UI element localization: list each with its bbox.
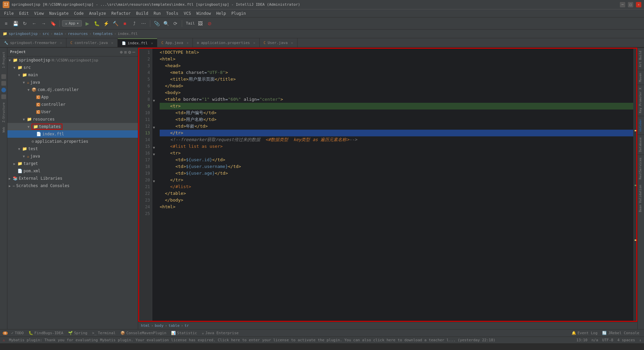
toolbar-sync-btn[interactable]: ↻ — [21, 19, 29, 28]
right-tab-maven[interactable]: Maven — [638, 70, 644, 85]
tree-item-user[interactable]: C User — [7, 108, 138, 116]
status-position[interactable]: 13:10 — [576, 338, 587, 342]
image-btn[interactable]: 🖼 — [196, 19, 204, 28]
menu-window[interactable]: Window — [194, 10, 213, 16]
tree-item-test-java[interactable]: ▼ ☕ java — [7, 152, 138, 160]
tree-item-main[interactable]: ▼ 📁 main — [7, 71, 138, 79]
project-collapse-btn[interactable]: ⊕ — [120, 49, 122, 55]
fold-marker-20[interactable]: ▼ — [153, 179, 155, 183]
run-config-selector[interactable]: ☕ App ▾ — [62, 20, 82, 27]
tree-item-resources[interactable]: ▼ 📁 resources — [7, 116, 138, 123]
sidebar-jrebel-icon[interactable] — [1, 81, 6, 86]
bc-springbootjsp[interactable]: springbootjsp — [9, 32, 38, 36]
tab-app[interactable]: C App.java ✕ — [157, 38, 193, 47]
menu-file[interactable]: File — [1, 10, 16, 16]
tab-close-controller[interactable]: ✕ — [111, 41, 113, 45]
bc-templates[interactable]: templates — [93, 32, 113, 36]
project-gear-btn[interactable]: ⚙ — [128, 49, 131, 55]
attach-btn[interactable]: 📎 — [153, 19, 161, 28]
code-view[interactable]: <!DOCTYPE html> <html> <head> <meta char… — [156, 48, 633, 322]
coverage-button[interactable]: ⚡ — [102, 19, 110, 28]
status-indent[interactable]: 4 spaces — [617, 338, 635, 342]
bc-resources[interactable]: resources — [68, 32, 88, 36]
bottom-tab-java-enterprise[interactable]: ☕ Java Enterprise — [200, 330, 240, 336]
tree-item-root[interactable]: ▼ 📁 springbootjsp H:\CSDN\springbootjsp — [7, 56, 138, 64]
tab-close-index[interactable]: ✕ — [151, 41, 153, 45]
right-tab-keypromoter[interactable]: Key Promoter X — [638, 85, 644, 116]
bc-src[interactable]: src — [43, 32, 49, 36]
bottom-tab-statistic[interactable]: 📊 Statistic — [169, 330, 199, 336]
sidebar-web-icon[interactable]: Web — [1, 126, 6, 134]
minimize-button[interactable]: ─ — [620, 2, 625, 7]
menu-plugin[interactable]: Plugin — [229, 10, 249, 16]
project-close-btn[interactable]: ─ — [132, 49, 135, 55]
tree-item-app-props[interactable]: ⚙ application.properties — [7, 138, 138, 145]
update-button[interactable]: ⤴ — [130, 19, 138, 28]
menu-vcs[interactable]: VCS — [181, 10, 194, 16]
right-tab-beanvalidation[interactable]: Bean Validation — [638, 182, 644, 215]
eb-table[interactable]: table — [168, 323, 179, 328]
toolbar-back-btn[interactable]: ← — [30, 19, 38, 28]
toolbar-forward-btn[interactable]: → — [40, 19, 48, 28]
tree-item-target[interactable]: ▶ 📁 target — [7, 160, 138, 167]
eb-html[interactable]: html — [141, 323, 150, 328]
debug-button[interactable]: 🐛 — [93, 19, 101, 28]
menu-navigate[interactable]: Navigate — [47, 10, 71, 16]
more-btn[interactable]: ⋯ — [140, 19, 148, 28]
bc-main[interactable]: main — [54, 32, 63, 36]
tab-close-props[interactable]: ✕ — [253, 41, 255, 45]
fold-marker-15[interactable]: ▼ — [153, 146, 155, 149]
tree-item-package[interactable]: ▼ 📦 com.dj.controller — [7, 86, 138, 93]
sidebar-fav-icon[interactable] — [1, 94, 6, 99]
tab-close-user[interactable]: ✕ — [291, 41, 293, 45]
toolbar-bookmarks-btn[interactable]: 🔖 — [49, 19, 57, 28]
fold-marker-16[interactable]: ▼ — [153, 152, 155, 156]
tree-item-src[interactable]: ▼ 📁 src — [7, 64, 138, 71]
sidebar-structure-icon[interactable] — [1, 74, 6, 79]
no-entry-btn[interactable]: ⊘ — [206, 19, 214, 28]
menu-help[interactable]: Help — [214, 10, 229, 16]
tree-item-pom[interactable]: 📄 pom.xml — [7, 167, 138, 175]
status-encoding[interactable]: UTF-8 — [602, 338, 613, 342]
reload-btn[interactable]: ⟳ — [171, 19, 179, 28]
stop-button[interactable]: ■ — [121, 19, 129, 28]
tree-item-scratches[interactable]: ▶ ✏ Scratches and Consoles — [7, 182, 138, 189]
tab-close-app[interactable]: ✕ — [186, 41, 189, 45]
tab-index-ftl[interactable]: 📄 index.ftl ✕ — [118, 38, 158, 47]
tab-controller[interactable]: C controller.java ✕ — [66, 38, 117, 47]
menu-code[interactable]: Code — [71, 10, 87, 16]
menu-refactor[interactable]: Refactor — [109, 10, 133, 16]
editor-content[interactable]: 1 2 3 4 5 6 7 8 9 10 11 12 13 14 15 16 1… — [138, 48, 637, 322]
close-button[interactable]: ✕ — [636, 2, 641, 7]
bottom-tab-todo[interactable]: ✓ TODO — [9, 330, 25, 336]
menu-analyze[interactable]: Analyze — [86, 10, 109, 16]
menu-build[interactable]: Build — [133, 10, 151, 16]
build-button[interactable]: 🔨 — [111, 19, 119, 28]
bottom-tab-findbugs[interactable]: 🐛 FindBugs-IDEA — [26, 330, 65, 336]
sidebar-project-icon[interactable]: 1-Project — [1, 50, 6, 70]
bottom-tab-terminal[interactable]: >_ Terminal — [90, 330, 117, 336]
tree-item-app[interactable]: C App — [7, 93, 138, 101]
fold-marker-9[interactable]: ▼ — [153, 99, 155, 102]
run-button[interactable]: ▶ — [83, 19, 91, 28]
sidebar-nk-icon[interactable] — [1, 88, 6, 92]
bottom-tab-jrebel-console[interactable]: 🔄 JRebel Console — [600, 330, 641, 336]
tree-item-controller[interactable]: C controller — [7, 101, 138, 108]
maximize-button[interactable]: □ — [628, 2, 633, 7]
right-tab-database[interactable]: Database — [638, 134, 644, 155]
tab-springboot-freemarker[interactable]: 🔧 springboot-freemarker ✕ — [0, 38, 66, 47]
status-linecount[interactable]: n/a — [591, 338, 598, 342]
tree-item-templates[interactable]: ▼ 📁 templates — [7, 123, 138, 130]
tree-item-ext-libs[interactable]: ▶ 📚 External Libraries — [7, 175, 138, 182]
menu-run[interactable]: Run — [151, 10, 164, 16]
bottom-tab-spring[interactable]: 🌱 Spring — [66, 330, 90, 336]
toolbar-project-btn[interactable]: ≡ — [2, 19, 10, 28]
tree-item-test[interactable]: ▼ 📁 test — [7, 145, 138, 152]
bottom-tab-console-maven[interactable]: 📦 ConsoleMavenPlugin — [118, 330, 168, 336]
right-tab-restservices[interactable]: RestServices — [638, 155, 644, 182]
toolbar-save-btn[interactable]: 💾 — [11, 19, 19, 28]
right-tab-nkcoder[interactable]: nkCoder — [638, 116, 644, 134]
tab-application-properties[interactable]: ⚙ application.properties ✕ — [193, 38, 260, 47]
eb-body[interactable]: body — [155, 323, 164, 328]
menu-view[interactable]: View — [32, 10, 47, 16]
